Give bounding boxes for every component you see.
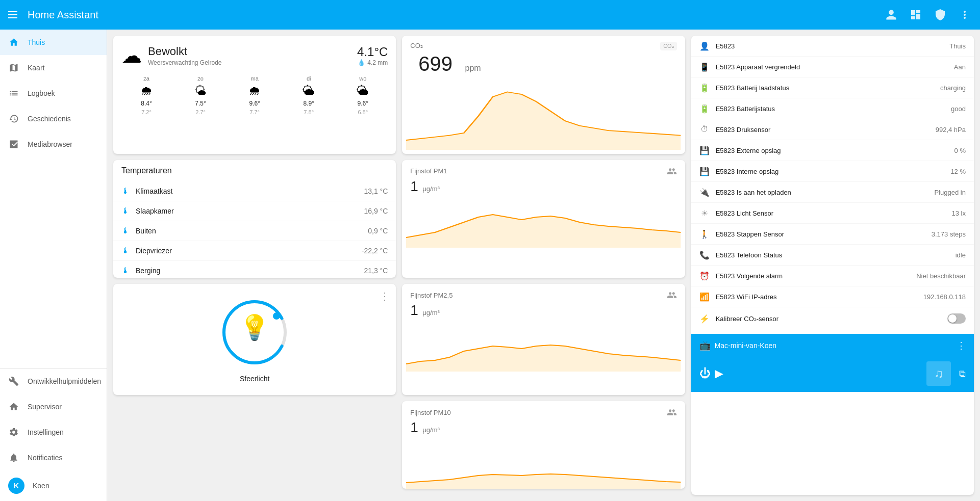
weather-condition-icon: ☁ — [121, 44, 142, 67]
power-button[interactable]: ⏻ — [699, 367, 711, 380]
sidebar-item-logboek[interactable]: Logboek — [0, 81, 107, 106]
calibrate-toggle[interactable] — [947, 313, 966, 324]
sidebar-item-notificaties[interactable]: Notificaties — [0, 445, 107, 470]
calibrate-row: ⚡ Kalibreer CO₂-sensor — [691, 307, 974, 330]
weather-rain: 💧 4.2 mm — [357, 59, 388, 66]
sidebar-item-mediabrowser[interactable]: Mediabrowser — [0, 131, 107, 157]
shield-icon[interactable] — [931, 6, 949, 24]
dashboard-icon[interactable] — [907, 6, 925, 24]
sidebar-item-supervisor[interactable]: Supervisor — [0, 394, 107, 419]
sensor-card: 👤 E5823 Thuis 📱 E5823 Apparaat vergrende… — [691, 36, 974, 495]
co2-badge: CO₂ — [660, 42, 677, 50]
sidebar-item-user[interactable]: K Koen — [0, 470, 107, 501]
pm1-value-row: 1 μg/m³ — [402, 178, 685, 197]
co2-title: CO₂ — [410, 42, 423, 49]
sensor-name: E5823 WiFi IP-adres — [716, 293, 917, 301]
pm25-card: Fijnstof PM2,5 1 μg/m³ — [402, 284, 685, 395]
sensor-item: ⏱ E5823 Druksensor 992,4 hPa — [691, 119, 974, 140]
forecast-label-2: ma — [251, 75, 259, 82]
sidebar-item-ontwikkelhulpmiddelen[interactable]: Ontwikkelhulpmiddelen — [0, 368, 107, 394]
temp-name: Slaapkamer — [136, 207, 364, 215]
content-area: ☁ Bewolkt Weersverwachting Gelrode 4.1°C… — [107, 30, 980, 501]
forecast-icon-1: 🌤 — [194, 84, 207, 98]
media-title: Mac-mini-van-Koen — [715, 341, 952, 350]
pm10-chart — [402, 438, 685, 489]
home-icon — [8, 37, 19, 48]
media-header: 📺 Mac-mini-van-Koen ⋮ — [691, 334, 974, 357]
forecast-label-0: za — [143, 75, 149, 82]
sensor-value: idle — [956, 251, 966, 259]
media-controls: ⏻ ▶ ♫ ⧉ — [691, 357, 974, 392]
forecast-low-0: 7.2° — [141, 109, 152, 115]
sensor-name: E5823 Is aan het opladen — [716, 189, 928, 196]
sidebar-item-geschiedenis[interactable]: Geschiedenis — [0, 106, 107, 131]
sensor-value: Aan — [954, 63, 966, 71]
copy-button[interactable]: ⧉ — [959, 368, 966, 379]
sensor-item: 🔋 E5823 Batterij laadstatus charging — [691, 77, 974, 98]
sensor-value: charging — [940, 84, 966, 92]
forecast-high-4: 9.6° — [358, 100, 368, 107]
co2-card: CO₂ CO₂ 699 ppm — [402, 36, 685, 154]
sensor-item: 🔌 E5823 Is aan het opladen Plugged in — [691, 181, 974, 202]
co2-chart — [402, 77, 685, 154]
media-player-card: 📺 Mac-mini-van-Koen ⋮ ⏻ ▶ ♫ ⧉ — [691, 334, 974, 392]
forecast-low-4: 6.8° — [358, 109, 368, 115]
lightbulb-icon: 💡 — [239, 313, 270, 342]
sensor-name: E5823 Apparaat vergrendeld — [716, 63, 948, 71]
sensor-name: E5823 Batterijstatus — [716, 105, 945, 113]
sidebar: Thuis Kaart Logboek Geschiedenis — [0, 30, 107, 501]
temperature-card: Temperaturen 🌡 Klimaatkast 13,1 °C 🌡 Sla… — [113, 160, 396, 278]
temp-name: Buiten — [136, 227, 368, 235]
more-vert-icon[interactable] — [956, 6, 974, 24]
pm25-chart — [402, 321, 685, 372]
rain-drop-icon: 💧 — [358, 59, 365, 66]
forecast-high-3: 8.9° — [303, 100, 314, 107]
supervisor-icon — [8, 401, 19, 412]
sensor-value: 992,4 hPa — [936, 126, 966, 134]
light-more-icon[interactable]: ⋮ — [380, 290, 390, 302]
sidebar-item-kaart[interactable]: Kaart — [0, 55, 107, 81]
thermometer-icon: 🌡 — [121, 266, 130, 275]
sidebar-item-instellingen[interactable]: Instellingen — [0, 419, 107, 445]
pm10-icon — [667, 407, 677, 417]
sensor-name: E5823 — [716, 42, 944, 50]
pm1-title: Fijnstof PM1 — [410, 167, 447, 175]
sensor-name: E5823 Licht Sensor — [716, 209, 946, 217]
temp-name: Klimaatkast — [136, 187, 364, 195]
sensor-value: Plugged in — [935, 189, 966, 196]
co2-header: CO₂ CO₂ — [402, 36, 685, 52]
media-more-icon[interactable]: ⋮ — [957, 340, 966, 351]
temperature-card-header: Temperaturen — [113, 160, 396, 181]
co2-unit: ppm — [465, 64, 481, 72]
wrench-icon — [8, 376, 19, 387]
sidebar-label-supervisor: Supervisor — [28, 403, 62, 411]
sensor-item: 👤 E5823 Thuis — [691, 36, 974, 56]
sensor-icon: 💾 — [699, 145, 710, 155]
sidebar-label-thuis: Thuis — [28, 38, 45, 46]
play-button[interactable]: ▶ — [715, 367, 723, 380]
temperature-item: 🌡 Berging 21,3 °C — [113, 260, 396, 278]
sidebar-bottom: Ontwikkelhulpmiddelen Supervisor Instell… — [0, 368, 107, 501]
temperature-item: 🌡 Diepvriezer -22,2 °C — [113, 241, 396, 260]
avatar: K — [8, 478, 24, 494]
cast-icon: 📺 — [699, 340, 711, 351]
sidebar-label-mediabrowser: Mediabrowser — [28, 140, 72, 148]
sidebar-item-thuis[interactable]: Thuis — [0, 30, 107, 55]
sensor-name: E5823 Externe opslag — [716, 147, 948, 154]
weather-top: ☁ Bewolkt Weersverwachting Gelrode 4.1°C… — [113, 36, 396, 71]
gear-icon — [8, 427, 19, 438]
weather-card: ☁ Bewolkt Weersverwachting Gelrode 4.1°C… — [113, 36, 396, 154]
app-title: Home Assistant — [28, 9, 874, 21]
sidebar-label-logboek: Logboek — [28, 89, 55, 97]
forecast-low-1: 2.7° — [195, 109, 206, 115]
sensor-value: Niet beschikbaar — [916, 272, 966, 280]
calibrate-icon: ⚡ — [699, 314, 710, 324]
thermometer-icon: 🌡 — [121, 226, 130, 235]
person-icon[interactable] — [882, 6, 900, 24]
temperature-item: 🌡 Buiten 0,9 °C — [113, 221, 396, 241]
forecast-icon-0: 🌧 — [140, 84, 153, 98]
history-icon — [8, 113, 19, 124]
temp-value: 21,3 °C — [364, 267, 388, 275]
hamburger-menu[interactable] — [6, 9, 19, 20]
media-artwork: ♫ — [926, 361, 951, 386]
